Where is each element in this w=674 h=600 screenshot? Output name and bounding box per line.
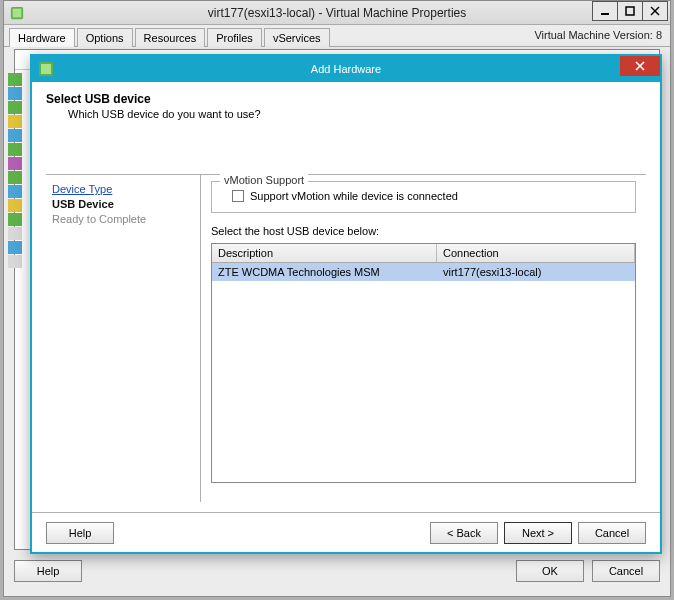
device-table-body[interactable]: ZTE WCDMA Technologies MSM virt177(esxi1… [212,263,635,482]
parent-footer: Help OK Cancel [14,556,660,586]
add-hardware-dialog: Add Hardware Select USB device Which USB… [30,54,662,554]
content-split: Device Type USB Device Ready to Complete… [46,174,646,502]
step-heading: Select USB device [46,92,646,106]
nav-usb-device: USB Device [52,198,194,210]
parent-cancel-button[interactable]: Cancel [592,560,660,582]
vmotion-legend: vMotion Support [220,174,308,186]
device-icon [8,115,22,128]
device-table-caption: Select the host USB device below: [211,225,636,237]
device-table-head: Description Connection [212,244,635,263]
svg-rect-12 [8,157,22,170]
svg-rect-21 [41,64,51,74]
dialog-body: Select USB device Which USB device do yo… [32,82,660,512]
parent-window-controls [593,1,668,21]
device-icon [8,129,22,142]
table-row[interactable]: ZTE WCDMA Technologies MSM virt177(esxi1… [212,263,635,281]
svg-rect-16 [8,213,22,226]
device-icon [8,185,22,198]
tab-hardware[interactable]: Hardware [9,28,75,47]
svg-rect-8 [8,101,22,114]
device-icon [8,213,22,226]
device-icon [8,87,22,100]
parent-window-title: virt177(esxi13-local) - Virtual Machine … [208,6,467,20]
svg-rect-11 [8,143,22,156]
svg-rect-13 [8,171,22,184]
vmotion-checkbox-row[interactable]: Support vMotion while device is connecte… [232,190,625,202]
col-description[interactable]: Description [212,244,437,262]
wizard-nav: Device Type USB Device Ready to Complete [46,175,201,502]
svg-rect-19 [8,255,22,268]
maximize-button[interactable] [617,1,643,21]
svg-rect-7 [8,87,22,100]
parent-titlebar[interactable]: virt177(esxi13-local) - Virtual Machine … [4,1,670,25]
vsphere-icon [10,6,24,20]
nav-device-type[interactable]: Device Type [52,183,194,195]
svg-rect-9 [8,115,22,128]
tab-resources[interactable]: Resources [135,28,206,47]
tab-vservices[interactable]: vServices [264,28,330,47]
tab-profiles[interactable]: Profiles [207,28,262,47]
dialog-help-button[interactable]: Help [46,522,114,544]
back-button[interactable]: < Back [430,522,498,544]
vsphere-icon [38,61,54,77]
device-icon [8,241,22,254]
close-button[interactable] [642,1,668,21]
device-icon [8,171,22,184]
vmotion-checkbox[interactable] [232,190,244,202]
wizard-main: vMotion Support Support vMotion while de… [201,175,646,502]
dialog-title: Add Hardware [311,63,381,75]
workspace: virt177(esxi13-local) - Virtual Machine … [0,0,674,600]
col-connection[interactable]: Connection [437,244,635,262]
svg-rect-15 [8,199,22,212]
dialog-cancel-button[interactable]: Cancel [578,522,646,544]
vmotion-checkbox-label: Support vMotion while device is connecte… [250,190,458,202]
dialog-footer: Help < Back Next > Cancel [32,512,660,552]
svg-rect-6 [8,73,22,86]
close-icon [635,61,645,71]
device-icon [8,73,22,86]
svg-rect-3 [626,7,634,15]
hardware-icon-strip [8,73,22,268]
cell-connection: virt177(esxi13-local) [437,263,635,281]
device-table: Description Connection ZTE WCDMA Technol… [211,243,636,483]
vmotion-fieldset: vMotion Support Support vMotion while de… [211,181,636,213]
next-button[interactable]: Next > [504,522,572,544]
svg-rect-1 [13,8,22,17]
svg-rect-17 [8,227,22,240]
parent-ok-button[interactable]: OK [516,560,584,582]
cell-description: ZTE WCDMA Technologies MSM [212,263,437,281]
device-icon [8,101,22,114]
nav-ready-to-complete: Ready to Complete [52,213,194,225]
svg-rect-14 [8,185,22,198]
device-icon [8,143,22,156]
svg-rect-10 [8,129,22,142]
device-icon [8,157,22,170]
vm-version-label: Virtual Machine Version: 8 [534,29,662,41]
step-subheading: Which USB device do you want to use? [68,108,646,120]
device-icon [8,255,22,268]
dialog-titlebar[interactable]: Add Hardware [32,56,660,82]
tabs-row: Hardware Options Resources Profiles vSer… [4,25,670,47]
svg-rect-18 [8,241,22,254]
tab-options[interactable]: Options [77,28,133,47]
dialog-close-button[interactable] [620,56,660,76]
device-icon [8,199,22,212]
device-icon [8,227,22,240]
minimize-button[interactable] [592,1,618,21]
parent-help-button[interactable]: Help [14,560,82,582]
